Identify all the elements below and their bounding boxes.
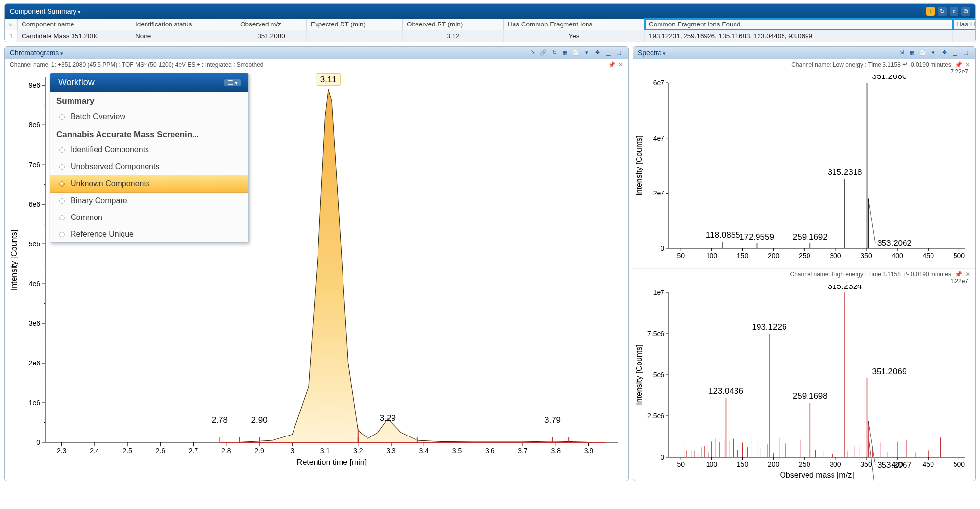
- spectrum-low-pin-icon[interactable]: 📌: [955, 61, 962, 68]
- cell-common-frag-found[interactable]: 193.12231, 259.16926, 135.11683, 123.044…: [645, 30, 953, 42]
- col-component-name[interactable]: Component name: [18, 19, 131, 30]
- svg-text:0: 0: [661, 244, 664, 252]
- cell-observed-rt[interactable]: 3.12: [403, 30, 504, 42]
- svg-text:0: 0: [661, 453, 664, 461]
- col-common-frag-found[interactable]: Common Fragment Ions Found: [645, 19, 953, 30]
- workflow-section-label: Cannabis Accurate Mass Screenin...: [50, 125, 248, 142]
- cell-component-name[interactable]: Candidate Mass 351.2080: [18, 30, 131, 42]
- spectra-title[interactable]: Spectra: [638, 49, 666, 57]
- component-summary-title[interactable]: Component Summary: [10, 7, 81, 15]
- svg-text:50: 50: [677, 252, 685, 260]
- svg-text:200: 200: [768, 461, 780, 468]
- spectrum-low-close-icon[interactable]: ✕: [965, 61, 970, 68]
- dropdown-icon[interactable]: ▾: [582, 49, 591, 57]
- spectrum-low-channel-row: Channel name: Low energy : Time 3.1158 +…: [633, 59, 975, 68]
- chrom-channel-name: Channel name: 1: +351.2080 (45.5 PPM) : …: [10, 61, 264, 68]
- workflow-toggle-icon[interactable]: 🗔 ▾: [224, 79, 241, 86]
- workflow-item-label: Unknown Components: [71, 179, 150, 188]
- workflow-item[interactable]: Unobserved Components: [50, 158, 248, 175]
- chrom-channel-row: Channel name: 1: +351.2080 (45.5 PPM) : …: [5, 59, 628, 68]
- workflow-item[interactable]: Reference Unique: [50, 226, 248, 242]
- workflow-item-label: Common: [71, 213, 102, 222]
- spectrum-high-energy[interactable]: Channel name: High energy : Time 3.1158 …: [633, 268, 975, 481]
- workflow-header: Workflow 🗔 ▾: [50, 73, 248, 92]
- cell-observed-mz[interactable]: 351.2080: [236, 30, 307, 42]
- workflow-item[interactable]: Batch Overview: [50, 108, 248, 125]
- workflow-item-label: Identified Components: [71, 145, 149, 154]
- col-expected-rt[interactable]: Expected RT (min): [307, 19, 403, 30]
- svg-text:Observed mass [m/z]: Observed mass [m/z]: [780, 471, 854, 479]
- spectrum-high-pin-icon[interactable]: 📌: [955, 271, 962, 278]
- spectra-export-icon[interactable]: ⇲: [897, 49, 906, 57]
- cell-id-status[interactable]: None: [131, 30, 236, 42]
- svg-text:3.7: 3.7: [518, 447, 528, 455]
- row-index[interactable]: 1: [5, 30, 18, 42]
- svg-text:Intensity [Counts]: Intensity [Counts]: [635, 135, 643, 196]
- svg-text:Retention time [min]: Retention time [min]: [297, 458, 367, 466]
- svg-text:3.6: 3.6: [485, 447, 495, 455]
- svg-text:0: 0: [36, 438, 40, 446]
- col-has-common-frag[interactable]: Has Common Fragment Ions: [504, 19, 645, 30]
- svg-text:118.0855: 118.0855: [706, 230, 740, 240]
- bullet-icon: [59, 215, 65, 220]
- svg-text:315.2324: 315.2324: [828, 285, 862, 291]
- svg-text:3.3: 3.3: [386, 447, 396, 455]
- col-observed-rt[interactable]: Observed RT (min): [403, 19, 504, 30]
- svg-text:2.8: 2.8: [221, 447, 231, 455]
- spectra-dropdown-icon[interactable]: ▾: [929, 49, 938, 57]
- spectrum-low-channel-name: Channel name: Low energy : Time 3.1158 +…: [791, 61, 951, 68]
- cell-has-halogens[interactable]: Yes: [953, 30, 976, 42]
- copy-icon[interactable]: ⧉: [961, 7, 970, 16]
- grid-corner[interactable]: [5, 19, 18, 30]
- export-icon[interactable]: ⇲: [528, 49, 537, 57]
- chromatograms-title[interactable]: Chromatograms: [10, 49, 63, 57]
- col-observed-mz[interactable]: Observed m/z: [236, 19, 307, 30]
- move-icon[interactable]: ✥: [593, 49, 602, 57]
- svg-text:50: 50: [677, 461, 685, 468]
- maximize-icon[interactable]: ▢: [614, 49, 623, 57]
- svg-text:3.1: 3.1: [320, 447, 330, 455]
- svg-text:2.4: 2.4: [90, 447, 99, 455]
- svg-text:Intensity [Counts]: Intensity [Counts]: [10, 230, 18, 291]
- spectra-maximize-icon[interactable]: ▢: [961, 49, 970, 57]
- svg-text:4e7: 4e7: [653, 134, 665, 142]
- spectra-minimize-icon[interactable]: ▁: [951, 49, 959, 57]
- svg-text:300: 300: [830, 461, 841, 468]
- svg-text:7.5e6: 7.5e6: [647, 330, 664, 338]
- bullet-icon: [59, 164, 65, 170]
- refresh-icon[interactable]: ↻: [938, 7, 947, 16]
- table-icon[interactable]: ▦: [561, 49, 569, 57]
- spectra-table-icon[interactable]: ▦: [907, 49, 916, 57]
- workflow-item[interactable]: Common: [50, 209, 248, 226]
- spectrum-high-close-icon[interactable]: ✕: [965, 271, 970, 278]
- add-page-icon[interactable]: 📄: [571, 49, 580, 57]
- spectrum-high-ymax: 1.22e7: [633, 278, 975, 285]
- spectrum-low-energy[interactable]: Channel name: Low energy : Time 3.1158 +…: [633, 59, 975, 268]
- info-icon[interactable]: i: [926, 7, 935, 16]
- sync-icon[interactable]: ↻: [550, 49, 559, 57]
- chromatograms-toolbar: ⇲ 🔗 ↻ ▦ 📄 ▾ ✥ ▁ ▢: [528, 49, 623, 57]
- grid-icon[interactable]: #: [950, 7, 958, 16]
- cell-has-common-frag[interactable]: Yes: [504, 30, 645, 42]
- spectra-move-icon[interactable]: ✥: [940, 49, 949, 57]
- col-has-halogens[interactable]: Has Halogens: [953, 19, 976, 30]
- spectra-page-icon[interactable]: 📄: [918, 49, 927, 57]
- link-icon[interactable]: 🔗: [539, 49, 548, 57]
- cell-expected-rt[interactable]: [307, 30, 403, 42]
- svg-text:123.0436: 123.0436: [709, 387, 743, 396]
- minimize-icon[interactable]: ▁: [604, 49, 612, 57]
- chrom-close-icon[interactable]: ✕: [618, 61, 623, 68]
- svg-text:2.6: 2.6: [156, 447, 166, 455]
- svg-text:250: 250: [799, 252, 810, 260]
- workflow-item[interactable]: Identified Components: [50, 142, 248, 158]
- svg-text:351.2069: 351.2069: [872, 367, 907, 376]
- svg-text:8e6: 8e6: [29, 121, 41, 129]
- col-id-status[interactable]: Identification status: [131, 19, 236, 30]
- workflow-item[interactable]: Binary Compare: [50, 193, 248, 209]
- chrom-pin-icon[interactable]: 📌: [608, 61, 615, 68]
- svg-text:2.3: 2.3: [57, 447, 67, 455]
- svg-text:2.9: 2.9: [254, 447, 264, 455]
- svg-text:259.1692: 259.1692: [793, 232, 828, 242]
- spectra-toolbar: ⇲ ▦ 📄 ▾ ✥ ▁ ▢: [897, 49, 970, 57]
- workflow-item[interactable]: Unknown Components: [50, 175, 248, 193]
